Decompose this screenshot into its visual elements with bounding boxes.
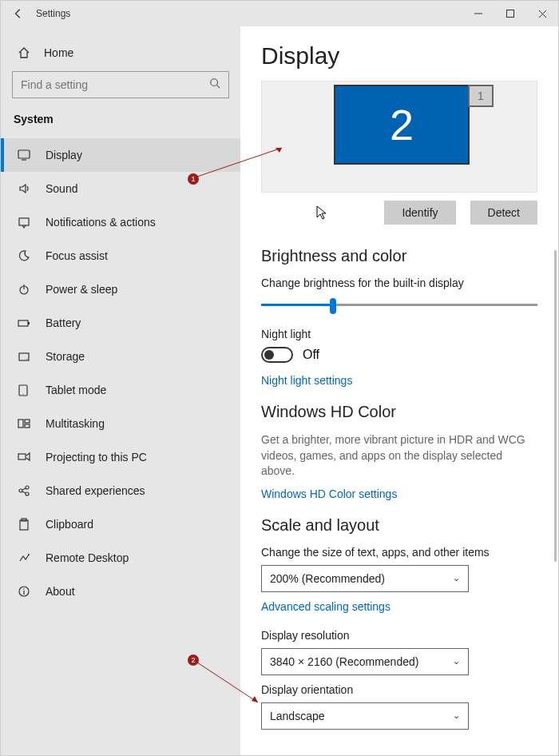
clipboard-icon [17, 517, 31, 531]
slider-fill [261, 304, 333, 306]
notifications-icon [17, 215, 31, 229]
monitor-arrangement[interactable]: 2 1 [261, 81, 537, 193]
detect-button[interactable]: Detect [470, 201, 537, 225]
remote-icon [17, 551, 31, 565]
night-light-toggle[interactable] [261, 347, 293, 363]
hd-settings-link[interactable]: Windows HD Color settings [261, 487, 537, 500]
about-icon [17, 584, 31, 599]
sidebar-item-multitask[interactable]: Multitasking [1, 407, 240, 440]
hd-description: Get a brighter, more vibrant picture in … [261, 432, 537, 479]
svg-point-21 [26, 492, 29, 495]
night-light-label: Night light [261, 328, 537, 340]
sidebar-item-label: Focus assist [46, 249, 108, 262]
page-title: Display [261, 42, 537, 70]
content-scrollbar[interactable] [554, 250, 557, 562]
close-button[interactable] [526, 1, 558, 26]
scale-select[interactable]: 200% (Recommended) ⌄ [261, 565, 469, 592]
svg-line-22 [22, 488, 26, 490]
search-icon [209, 78, 220, 92]
svg-line-23 [22, 491, 26, 493]
sidebar-item-moon[interactable]: Focus assist [1, 239, 240, 273]
identify-button[interactable]: Identify [384, 201, 455, 225]
titlebar: Settings [1, 1, 558, 26]
sidebar-item-label: Projecting to this PC [46, 451, 147, 464]
sidebar: Home System DisplaySoundNotifications & … [1, 26, 240, 755]
sidebar-item-about[interactable]: About [1, 575, 240, 608]
home-button[interactable]: Home [1, 38, 240, 68]
sidebar-item-power[interactable]: Power & sleep [1, 273, 240, 306]
sidebar-item-project[interactable]: Projecting to this PC [1, 440, 240, 474]
svg-rect-10 [28, 322, 30, 324]
orientation-value: Landscape [270, 710, 325, 722]
cursor-icon [316, 205, 327, 220]
scale-value: 200% (Recommended) [270, 572, 385, 585]
annotation-badge-1: 1 [188, 173, 199, 185]
scale-label: Change the size of text, apps, and other… [261, 546, 537, 559]
advanced-scaling-link[interactable]: Advanced scaling settings [261, 600, 537, 613]
chevron-down-icon: ⌄ [453, 710, 460, 721]
minimize-button[interactable] [462, 1, 494, 26]
svg-rect-9 [18, 320, 28, 326]
back-button[interactable] [7, 2, 30, 25]
display-icon [17, 148, 31, 162]
window-controls [462, 1, 558, 26]
orientation-label: Display orientation [261, 683, 537, 696]
monitor-1[interactable]: 1 [468, 85, 494, 107]
sidebar-item-clipboard[interactable]: Clipboard [1, 507, 240, 541]
svg-point-26 [28, 554, 30, 555]
search-field[interactable] [21, 78, 209, 91]
svg-rect-1 [507, 10, 514, 18]
svg-rect-17 [25, 424, 30, 428]
resolution-select[interactable]: 3840 × 2160 (Recommended) ⌄ [261, 648, 469, 675]
svg-rect-4 [18, 150, 30, 158]
monitor-2[interactable]: 2 [334, 85, 470, 165]
sidebar-item-label: Shared experiences [46, 484, 145, 497]
search-wrap [1, 68, 240, 106]
brightness-heading: Brightness and color [261, 247, 537, 265]
svg-point-29 [23, 588, 24, 589]
window-body: Home System DisplaySoundNotifications & … [1, 26, 558, 755]
settings-window: Settings Home [0, 0, 559, 756]
sidebar-item-display[interactable]: Display [1, 138, 240, 172]
resolution-value: 3840 × 2160 (Recommended) [270, 655, 418, 668]
home-icon [17, 46, 31, 60]
search-input[interactable] [12, 71, 229, 98]
sidebar-item-label: Clipboard [46, 518, 93, 531]
annotation-badge-2: 2 [188, 655, 199, 666]
window-title: Settings [36, 8, 70, 19]
night-light-row: Off [261, 347, 537, 363]
moon-icon [17, 249, 31, 263]
maximize-button[interactable] [494, 1, 526, 26]
sidebar-item-label: Battery [46, 316, 81, 329]
monitor-buttons: Identify Detect [261, 201, 537, 225]
sidebar-item-tablet[interactable]: Tablet mode [1, 373, 240, 407]
sidebar-item-remote[interactable]: Remote Desktop [1, 541, 240, 575]
resolution-label: Display resolution [261, 629, 537, 642]
section-label: System [1, 106, 240, 132]
sidebar-item-share[interactable]: Shared experiences [1, 474, 240, 507]
brightness-slider[interactable] [261, 296, 537, 315]
slider-thumb[interactable] [330, 298, 336, 314]
svg-rect-6 [19, 218, 29, 225]
brightness-label: Change brightness for the built-in displ… [261, 277, 537, 289]
svg-rect-16 [25, 420, 30, 423]
svg-point-20 [26, 486, 29, 489]
battery-icon [17, 316, 31, 330]
svg-rect-24 [20, 520, 28, 530]
sidebar-item-sound[interactable]: Sound [1, 172, 240, 205]
sidebar-item-label: Tablet mode [46, 384, 106, 396]
sidebar-item-label: Display [46, 149, 82, 161]
sidebar-item-battery[interactable]: Battery [1, 306, 240, 340]
multitask-icon [17, 416, 31, 431]
orientation-select[interactable]: Landscape ⌄ [261, 702, 469, 730]
sidebar-item-storage[interactable]: Storage [1, 340, 240, 373]
svg-point-19 [19, 489, 22, 492]
content-pane: Display 2 1 Identify Detect Brightness a… [240, 26, 558, 755]
power-icon [17, 282, 31, 296]
svg-point-12 [26, 358, 27, 359]
chevron-down-icon: ⌄ [453, 656, 460, 666]
sidebar-item-notifications[interactable]: Notifications & actions [1, 205, 240, 239]
toggle-knob [264, 350, 274, 360]
night-light-settings-link[interactable]: Night light settings [261, 374, 537, 387]
sidebar-item-label: Remote Desktop [46, 551, 129, 564]
